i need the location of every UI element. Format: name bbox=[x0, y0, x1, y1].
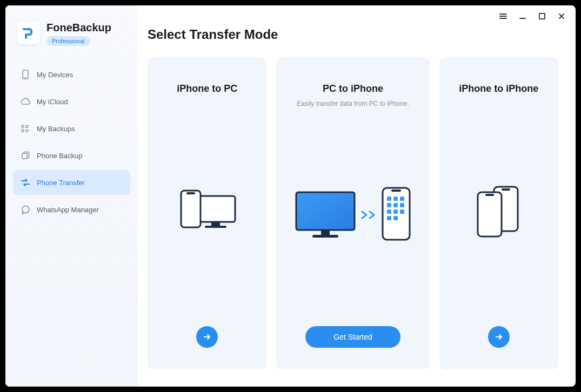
svg-rect-8 bbox=[211, 222, 220, 226]
app-title: FoneBackup bbox=[46, 22, 111, 34]
svg-rect-18 bbox=[393, 197, 398, 201]
card-title: iPhone to PC bbox=[177, 83, 237, 94]
svg-rect-24 bbox=[393, 209, 398, 214]
card-title: iPhone to iPhone bbox=[459, 83, 538, 94]
sidebar-item-label: Phone Transfer bbox=[37, 179, 85, 187]
chat-icon bbox=[21, 205, 30, 214]
app-window: FoneBackup Professional My Devices My iC… bbox=[5, 5, 576, 387]
transfer-mode-cards: iPhone to PC bbox=[148, 57, 558, 369]
phone-icon bbox=[21, 70, 30, 79]
iphone-to-iphone-illustration bbox=[450, 111, 547, 310]
sidebar-item-phone-backup[interactable]: Phone Backup bbox=[13, 143, 130, 168]
cloud-icon bbox=[21, 97, 30, 106]
menu-icon[interactable] bbox=[499, 12, 507, 21]
card-subtitle: Easily transfer data from PC to iPhone. bbox=[297, 100, 409, 107]
svg-rect-7 bbox=[196, 196, 235, 222]
sidebar-item-phone-transfer[interactable]: Phone Transfer bbox=[13, 170, 130, 195]
list-icon bbox=[21, 124, 30, 133]
window-controls bbox=[499, 12, 566, 21]
card-title: PC to iPhone bbox=[323, 83, 383, 94]
app-brand: FoneBackup Professional bbox=[13, 22, 130, 46]
svg-rect-11 bbox=[186, 192, 195, 194]
svg-rect-9 bbox=[205, 226, 226, 228]
svg-rect-4 bbox=[22, 130, 24, 132]
sidebar-item-my-devices[interactable]: My Devices bbox=[13, 62, 130, 87]
iphone-to-iphone-arrow-button[interactable] bbox=[488, 326, 510, 348]
svg-rect-0 bbox=[539, 13, 545, 19]
svg-rect-25 bbox=[400, 209, 404, 214]
svg-rect-14 bbox=[312, 235, 338, 238]
svg-rect-29 bbox=[502, 188, 510, 191]
svg-rect-31 bbox=[485, 194, 494, 196]
svg-rect-27 bbox=[393, 216, 398, 220]
sidebar-item-my-icloud[interactable]: My iCloud bbox=[13, 89, 130, 114]
svg-rect-30 bbox=[478, 192, 502, 236]
card-iphone-to-pc[interactable]: iPhone to PC bbox=[148, 57, 266, 369]
svg-rect-17 bbox=[387, 197, 391, 201]
app-logo bbox=[17, 22, 40, 44]
sidebar-item-label: My iCloud bbox=[37, 98, 68, 106]
svg-rect-12 bbox=[296, 192, 355, 230]
watermark-text: © THESOFTWARE .SHOP bbox=[5, 379, 119, 389]
sidebar: FoneBackup Professional My Devices My iC… bbox=[5, 5, 138, 387]
svg-rect-23 bbox=[387, 209, 391, 214]
sidebar-item-label: My Backups bbox=[37, 125, 75, 133]
svg-rect-20 bbox=[387, 203, 391, 207]
sidebar-item-whatsapp-manager[interactable]: WhatsApp Manager bbox=[13, 197, 130, 222]
sidebar-item-label: Phone Backup bbox=[37, 152, 83, 160]
sidebar-nav: My Devices My iCloud My Backups Phone Ba… bbox=[13, 62, 130, 222]
iphone-to-pc-arrow-button[interactable] bbox=[196, 326, 218, 348]
svg-rect-2 bbox=[24, 77, 26, 78]
svg-rect-16 bbox=[391, 190, 401, 192]
page-title: Select Transfer Mode bbox=[148, 27, 558, 42]
svg-rect-3 bbox=[22, 125, 24, 127]
copy-icon bbox=[21, 151, 30, 160]
maximize-button[interactable] bbox=[538, 12, 546, 21]
svg-rect-26 bbox=[387, 216, 391, 220]
main-content: Select Transfer Mode iPhone to PC bbox=[138, 5, 576, 387]
svg-rect-10 bbox=[181, 191, 201, 227]
svg-rect-13 bbox=[321, 230, 330, 235]
svg-rect-21 bbox=[393, 203, 398, 207]
iphone-to-pc-illustration bbox=[158, 111, 256, 310]
card-pc-to-iphone[interactable]: PC to iPhone Easily transfer data from P… bbox=[276, 57, 429, 369]
sidebar-item-label: My Devices bbox=[37, 71, 73, 79]
app-edition-badge: Professional bbox=[46, 36, 90, 46]
svg-rect-5 bbox=[22, 153, 27, 159]
svg-rect-22 bbox=[400, 203, 404, 207]
card-iphone-to-iphone[interactable]: iPhone to iPhone bbox=[439, 57, 558, 369]
sidebar-item-label: WhatsApp Manager bbox=[37, 206, 99, 214]
get-started-button[interactable]: Get Started bbox=[305, 326, 400, 348]
sidebar-item-my-backups[interactable]: My Backups bbox=[13, 116, 130, 141]
transfer-icon bbox=[21, 178, 30, 187]
pc-to-iphone-illustration bbox=[287, 118, 418, 310]
close-button[interactable] bbox=[557, 12, 566, 21]
minimize-button[interactable] bbox=[518, 12, 527, 21]
svg-rect-19 bbox=[400, 197, 404, 201]
